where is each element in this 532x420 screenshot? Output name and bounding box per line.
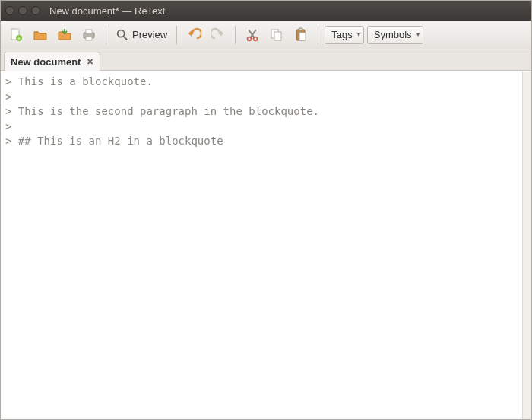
paste-button[interactable] — [290, 24, 312, 46]
toolbar-separator — [235, 26, 236, 44]
editor-content[interactable]: > This is a blockquote.>> This is the se… — [1, 72, 531, 152]
chevron-down-icon: ▾ — [416, 31, 420, 38]
preview-label: Preview — [132, 29, 167, 40]
cut-button[interactable] — [242, 24, 263, 46]
print-button[interactable] — [78, 24, 100, 46]
save-button[interactable] — [54, 24, 75, 46]
svg-marker-10 — [220, 30, 223, 37]
new-file-icon: + — [8, 27, 24, 43]
editor-line: > ## This is an H2 in a blockquote — [5, 134, 527, 149]
tab-bar: New document ✕ — [1, 49, 531, 71]
print-icon — [81, 27, 97, 43]
svg-point-7 — [118, 30, 125, 37]
undo-button[interactable] — [183, 24, 204, 46]
editor-area[interactable]: > This is a blockquote.>> This is the se… — [1, 71, 531, 419]
copy-button[interactable] — [266, 24, 287, 46]
close-tab-button[interactable]: ✕ — [87, 57, 93, 67]
symbols-dropdown[interactable]: Symbols ▾ — [367, 26, 423, 44]
close-window-button[interactable] — [5, 6, 14, 15]
tags-dropdown[interactable]: Tags ▾ — [325, 26, 363, 44]
tab-label: New document — [11, 56, 81, 68]
search-icon — [116, 28, 129, 42]
toolbar-separator — [106, 26, 106, 44]
preview-button[interactable]: Preview — [112, 24, 170, 46]
window-controls — [5, 6, 40, 15]
tab-document[interactable]: New document ✕ — [4, 52, 100, 71]
new-file-button[interactable]: + — [5, 24, 27, 46]
editor-line: > This is a blockquote. — [5, 75, 527, 90]
redo-icon — [211, 27, 226, 43]
chevron-down-icon: ▾ — [357, 31, 360, 38]
svg-rect-18 — [299, 28, 302, 30]
paste-icon — [293, 27, 309, 43]
editor-line: > — [5, 119, 527, 135]
maximize-window-button[interactable] — [31, 6, 40, 15]
vertical-scrollbar[interactable] — [522, 72, 531, 419]
svg-rect-6 — [86, 37, 92, 40]
copy-icon — [269, 27, 284, 43]
toolbar-separator — [318, 26, 318, 44]
svg-rect-16 — [274, 32, 281, 40]
svg-point-13 — [248, 37, 252, 40]
svg-text:+: + — [17, 36, 21, 41]
toolbar: + Preview — [1, 21, 531, 49]
save-icon — [57, 27, 72, 43]
svg-line-8 — [124, 36, 128, 40]
open-file-button[interactable] — [30, 24, 51, 46]
minimize-window-button[interactable] — [18, 6, 27, 15]
close-icon: ✕ — [87, 57, 93, 66]
symbols-dropdown-label: Symbols — [374, 29, 412, 40]
toolbar-separator — [176, 26, 177, 44]
svg-point-14 — [254, 37, 258, 40]
cut-icon — [245, 27, 260, 43]
editor-line: > This is the second paragraph in the bl… — [5, 104, 527, 119]
open-file-icon — [33, 27, 48, 43]
redo-button[interactable] — [207, 24, 229, 46]
svg-rect-19 — [299, 33, 306, 40]
app-window: New document* — ReText + — [0, 0, 532, 420]
window-title: New document* — ReText — [49, 5, 165, 17]
svg-marker-9 — [188, 30, 192, 37]
tags-dropdown-label: Tags — [331, 29, 352, 40]
titlebar: New document* — ReText — [1, 1, 531, 21]
editor-line: > — [5, 90, 527, 105]
svg-rect-5 — [86, 30, 92, 33]
undo-icon — [186, 27, 201, 43]
